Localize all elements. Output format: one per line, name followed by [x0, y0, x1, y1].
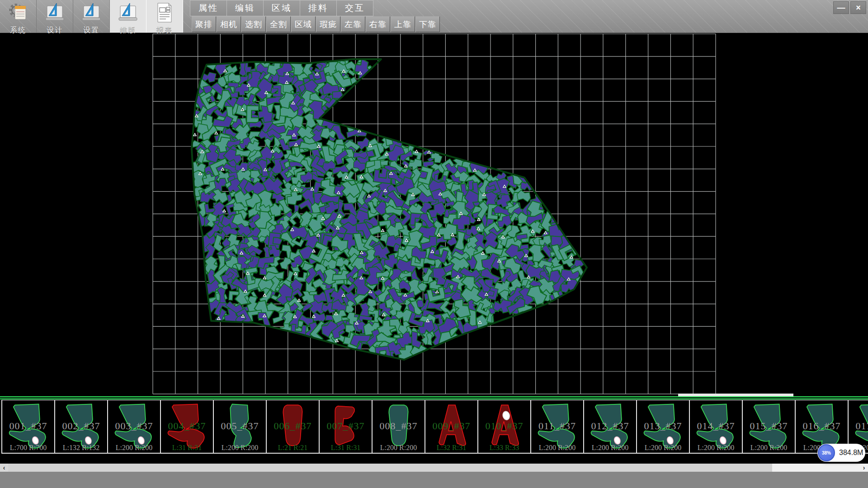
status-footer-bar	[0, 472, 868, 488]
piece-count-label: L:200 R:200	[637, 444, 689, 452]
piece-id-label: 004_#37	[161, 420, 213, 432]
horizontal-scrollbar[interactable]: ‹ ›	[0, 464, 868, 472]
piece-id-label: 015_#37	[743, 420, 795, 432]
thumbnail-tile-008_#37[interactable]: 008_#37L:200 R:200	[373, 400, 425, 454]
piece-id-label: 009_#37	[425, 420, 477, 432]
thumbnail-tile-006_#37[interactable]: 006_#37L:21 R:21	[267, 400, 320, 454]
menu-tab-3[interactable]: 区域	[264, 0, 300, 16]
memory-usage-label: 384.8M	[839, 449, 863, 457]
piece-count-label: L:21 R:21	[267, 444, 319, 452]
thumbnail-tile-002_#37[interactable]: 002_#37L:132 R:132	[55, 400, 108, 454]
toolbar-button-label: 设置	[83, 27, 99, 34]
minimize-button[interactable]: —	[833, 1, 849, 14]
piece-id-label: 011_#37	[531, 420, 583, 432]
piece-count-label: L:200 R:200	[584, 444, 636, 452]
thumbnail-tile-005_#37[interactable]: 005_#37L:200 R:200	[214, 400, 267, 454]
thumbnail-tile-012_#37[interactable]: 012_#37L:200 R:200	[584, 400, 637, 454]
toolbar-button-3[interactable]: 设置	[73, 0, 110, 33]
thumbnail-tile-011_#37[interactable]: 011_#37L:200 R:200	[531, 400, 584, 454]
piece-id-label: 010_#37	[478, 420, 530, 432]
tool-button-3[interactable]: 选割	[241, 16, 266, 32]
thumbnail-tile-009_#37[interactable]: 009_#37L:32 R:31	[425, 400, 478, 454]
piece-count-label: L:132 R:132	[55, 444, 107, 452]
menu-tab-4[interactable]: 排料	[300, 0, 337, 16]
toolbar-button-1[interactable]: 系统	[0, 0, 37, 33]
tool-button-bar: 聚排相机选割全割区域瑕疵左靠右靠上靠下靠	[192, 16, 440, 31]
piece-id-label: 006_#37	[267, 420, 319, 432]
window-controls: — ×	[833, 1, 866, 14]
horizontal-scrollbar-thumb[interactable]	[8, 464, 772, 472]
settings-icon	[81, 0, 102, 26]
thumbnail-tile-013_#37[interactable]: 013_#37L:200 R:200	[637, 400, 690, 454]
piece-id-label: 013_#37	[637, 420, 689, 432]
tool-button-7[interactable]: 左靠	[341, 16, 365, 32]
piece-id-label: 014_#37	[690, 420, 742, 432]
toolbar-button-label: 报表	[156, 27, 173, 34]
piece-count-label: L:200 R:200	[531, 444, 583, 452]
piece-thumbnail-strip: 001_#37L:700 R:700002_#37L:132 R:132003_…	[0, 400, 868, 454]
menu-tab-1[interactable]: 属性	[190, 0, 227, 16]
piece-count-label: L:200 R:200	[108, 444, 160, 452]
status-badge[interactable]: 38% 384.8M	[817, 444, 865, 462]
piece-id-label: 005_#37	[214, 420, 266, 432]
toolbar-button-label: 系统	[10, 27, 26, 34]
piece-count-label: L:200 R:200	[690, 444, 742, 452]
application-window: 系统设计设置排版报表 属性编辑区域排料交互 聚排相机选割全割区域瑕疵左靠右靠上靠…	[0, 0, 868, 488]
toolbar-button-4[interactable]: 排版	[110, 0, 146, 33]
thumbnail-tile-014_#37[interactable]: 014_#37L:200 R:200	[690, 400, 743, 454]
layout-icon	[118, 0, 138, 26]
strip-separator-line	[0, 396, 868, 399]
progress-percent-badge: 38%	[818, 444, 835, 461]
toolbar-button-label: 设计	[47, 27, 63, 34]
piece-count-label: L:200 R:200	[743, 444, 795, 452]
thumbnail-tile-015_#37[interactable]: 015_#37L:200 R:200	[743, 400, 796, 454]
tool-button-9[interactable]: 上靠	[391, 16, 415, 32]
scroll-left-arrow-icon[interactable]: ‹	[0, 464, 8, 472]
piece-count-label: L:700 R:700	[2, 444, 54, 452]
close-button[interactable]: ×	[850, 1, 866, 14]
thumbnail-tile-010_#37[interactable]: 010_#37L:33 R:33	[478, 400, 531, 454]
nested-pieces-layer[interactable]	[186, 50, 586, 364]
tool-button-8[interactable]: 右靠	[366, 16, 390, 32]
piece-id-label: 008_#37	[373, 420, 425, 432]
system-icon	[8, 0, 28, 26]
piece-id-label: 016_#37	[796, 420, 848, 432]
piece-id-label: 002_#37	[55, 420, 107, 432]
thumbnail-tile-001_#37[interactable]: 001_#37L:700 R:700	[1, 400, 55, 454]
piece-count-label: L:31 R:31	[161, 444, 213, 452]
tool-button-2[interactable]: 相机	[217, 16, 241, 32]
menu-tab-5[interactable]: 交互	[337, 0, 373, 16]
toolbar-button-5[interactable]: 报表	[146, 0, 183, 33]
tool-button-5[interactable]: 区域	[291, 16, 316, 32]
toolbar-button-2[interactable]: 设计	[37, 0, 73, 33]
tool-button-4[interactable]: 全割	[266, 16, 291, 32]
piece-count-label: L:32 R:31	[425, 444, 477, 452]
piece-id-label: 017_#37	[849, 420, 868, 432]
piece-id-label: 001_#37	[2, 420, 54, 432]
report-icon	[154, 0, 175, 26]
thumbnail-tile-007_#37[interactable]: 007_#37L:31 R:31	[320, 400, 373, 454]
design-icon	[44, 0, 65, 26]
thumbnail-tile-003_#37[interactable]: 003_#37L:200 R:200	[108, 400, 161, 454]
menu-tab-bar: 属性编辑区域排料交互	[190, 0, 373, 16]
piece-count-label: L:200 R:200	[373, 444, 425, 452]
toolbar-button-label: 排版	[120, 27, 136, 34]
piece-count-label: L:33 R:33	[478, 444, 530, 452]
piece-id-label: 012_#37	[584, 420, 636, 432]
tool-button-10[interactable]: 下靠	[415, 16, 440, 32]
piece-count-label: L:31 R:31	[320, 444, 372, 452]
piece-count-label: L:200 R:200	[214, 444, 266, 452]
tool-button-1[interactable]: 聚排	[192, 16, 216, 32]
thumbnail-tile-004_#37[interactable]: 004_#37L:31 R:31	[161, 400, 214, 454]
tool-button-6[interactable]: 瑕疵	[316, 16, 340, 32]
piece-id-label: 003_#37	[108, 420, 160, 432]
menu-tab-2[interactable]: 编辑	[227, 0, 264, 16]
scroll-right-arrow-icon[interactable]: ›	[860, 464, 868, 472]
main-toolbar: 系统设计设置排版报表 属性编辑区域排料交互 聚排相机选割全割区域瑕疵左靠右靠上靠…	[0, 0, 868, 33]
piece-id-label: 007_#37	[320, 420, 372, 432]
